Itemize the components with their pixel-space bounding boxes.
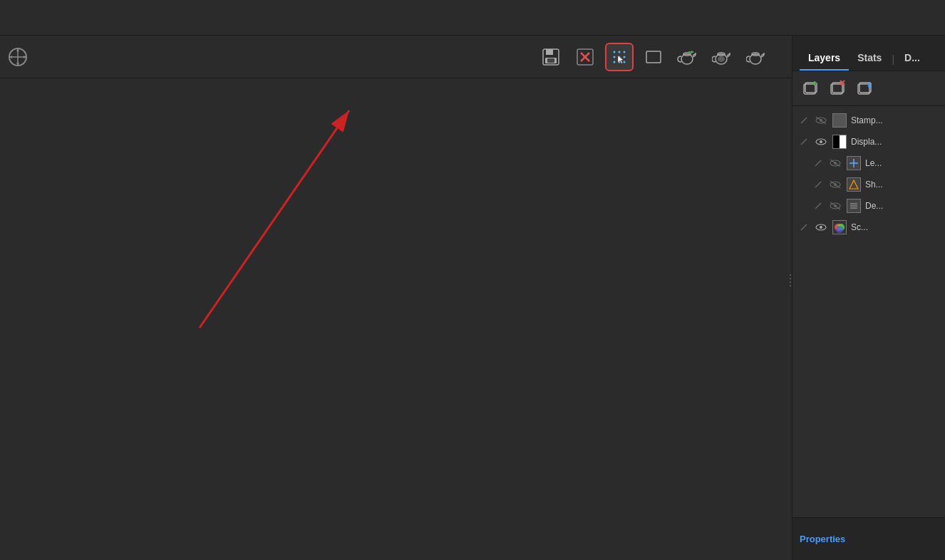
canvas-area [0,36,792,560]
teapot-button[interactable] [742,43,770,71]
svg-line-62 [815,182,821,187]
tab-more[interactable]: D... [896,46,929,71]
svg-line-74 [801,224,807,230]
svg-point-79 [836,226,843,233]
layer-name: Stamp... [851,115,939,125]
svg-point-76 [820,226,822,229]
layer-list: Stamp... Displa... [792,106,945,517]
layer-item[interactable]: Le... [807,152,945,174]
layer-item[interactable]: Sc... [792,217,945,238]
layer-item[interactable]: De... [807,195,945,217]
layer-visibility-toggle[interactable] [828,177,842,192]
svg-rect-25 [646,51,661,63]
layer-edit-icon [812,157,824,169]
properties-title: Properties [800,534,845,544]
toolbar-buttons [537,43,770,71]
close-button[interactable] [571,43,599,71]
tab-divider: | [890,48,896,71]
top-menu-bar [0,0,945,36]
add-layer-button[interactable] [800,77,822,100]
right-panel: Layers Stats | D... [792,36,945,560]
layer-edit-icon [798,222,810,233]
layer-item[interactable]: Stamp... [792,110,945,131]
panel-resize-handle[interactable] [788,266,792,294]
select-snap-button[interactable] [605,43,634,71]
layer-thumbnail [832,135,847,149]
svg-line-67 [815,203,821,209]
panel-toolbar [792,71,945,106]
layer-edit-icon [798,136,810,147]
import-button[interactable] [673,43,702,71]
tab-stats[interactable]: Stats [849,46,890,71]
layer-item[interactable]: Displa... [792,131,945,152]
layer-visibility-toggle[interactable] [814,135,828,149]
teapot-filled-button[interactable] [708,43,736,71]
svg-line-56 [815,160,821,166]
svg-line-53 [801,139,807,145]
svg-point-32 [718,56,725,62]
main-area: Layers Stats | D... [0,36,945,560]
layer-thumbnail [832,220,847,234]
toolbar-row [0,36,792,78]
layer-name: Sc... [851,222,939,232]
svg-point-23 [624,61,626,63]
svg-rect-8 [546,49,553,55]
layer-edit-icon [812,200,824,212]
layer-thumbnail [847,177,861,192]
remove-layer-button[interactable] [827,77,850,100]
layer-name: De... [865,201,939,211]
svg-rect-10 [547,58,554,63]
svg-point-17 [624,51,626,53]
svg-point-15 [614,51,616,53]
svg-point-55 [820,140,822,143]
svg-line-49 [801,118,807,123]
svg-point-16 [619,51,621,53]
svg-point-20 [624,56,626,58]
layer-thumbnail [832,113,847,128]
layer-visibility-toggle[interactable] [814,220,828,234]
svg-point-18 [614,56,616,58]
layer-name: Sh... [865,180,939,190]
layer-visibility-toggle[interactable] [828,199,842,213]
rectangle-select-button[interactable] [639,43,668,71]
layer-edit-icon [812,179,824,190]
svg-line-36 [200,110,349,328]
svg-marker-66 [850,180,858,189]
import-layer-button[interactable] [854,77,877,100]
svg-point-21 [614,61,616,63]
layer-thumbnail [847,156,861,170]
layer-item[interactable]: Sh... [807,174,945,195]
properties-section: Properties [792,517,945,560]
layer-thumbnail [847,199,861,213]
layer-name: Le... [865,158,939,168]
layer-name: Displa... [851,137,939,147]
panel-tabs: Layers Stats | D... [792,36,945,71]
viewport [0,78,792,560]
layer-edit-icon [798,115,810,126]
layer-visibility-toggle[interactable] [828,156,842,170]
move-icon[interactable] [7,46,29,68]
layer-visibility-toggle[interactable] [814,113,828,128]
annotation-arrow [0,78,792,560]
tab-layers[interactable]: Layers [800,46,849,71]
save-button[interactable] [537,43,565,71]
